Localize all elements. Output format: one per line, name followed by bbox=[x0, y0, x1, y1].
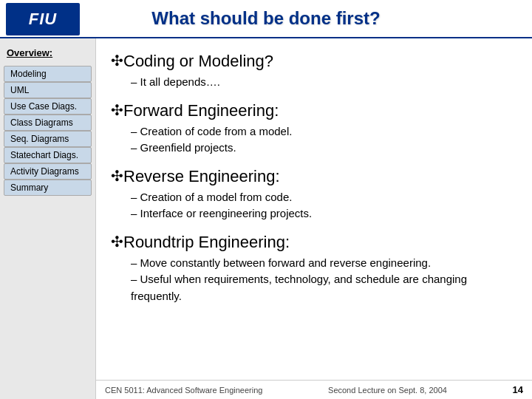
bullet-icon: ✣ bbox=[111, 101, 123, 119]
bullet-icon: ✣ bbox=[111, 52, 123, 69]
page-number: 14 bbox=[513, 384, 523, 395]
logo-box: FIU bbox=[6, 3, 80, 35]
sidebar-item-statechart[interactable]: Statechart Diags. bbox=[4, 147, 92, 163]
sub-item: Greenfield projects. bbox=[131, 140, 514, 157]
sidebar-item-class-diagrams[interactable]: Class Diagrams bbox=[4, 115, 92, 131]
sub-item: It all depends…. bbox=[131, 74, 514, 91]
sidebar: Overview: ModelingUMLUse Case Diags.Clas… bbox=[0, 38, 96, 399]
footer-lecture: Second Lecture on Sept. 8, 2004 bbox=[328, 386, 447, 395]
bullet-icon: ✣ bbox=[111, 233, 123, 250]
section-coding-modeling: ✣Coding or Modeling?It all depends…. bbox=[111, 52, 514, 91]
footer-course: CEN 5011: Advanced Software Engineering bbox=[105, 386, 262, 395]
footer: CEN 5011: Advanced Software Engineering … bbox=[96, 380, 532, 399]
sidebar-item-activity[interactable]: Activity Diagrams bbox=[4, 163, 92, 180]
sub-item: Move constantly between forward and reve… bbox=[131, 255, 514, 272]
sidebar-item-summary[interactable]: Summary bbox=[4, 180, 92, 196]
section-content-roundtrip-engineering: Roundtrip Engineering:Move constantly be… bbox=[123, 233, 514, 305]
sub-item: Interface or reengineering projects. bbox=[131, 205, 514, 222]
sub-item: Creation of a model from code. bbox=[131, 189, 514, 206]
sections-container: ✣Coding or Modeling?It all depends….✣For… bbox=[111, 52, 514, 304]
section-content-coding-modeling: Coding or Modeling?It all depends…. bbox=[123, 52, 514, 91]
sub-item: Creation of code from a model. bbox=[131, 123, 514, 140]
overview-label: Overview: bbox=[4, 46, 92, 63]
section-title-forward-engineering: Forward Engineering: bbox=[123, 101, 514, 120]
section-title-roundtrip-engineering: Roundtrip Engineering: bbox=[123, 233, 514, 252]
header: FIU What should be done first? bbox=[0, 0, 532, 38]
section-roundtrip-engineering: ✣Roundtrip Engineering:Move constantly b… bbox=[111, 233, 514, 305]
section-reverse-engineering: ✣Reverse Engineering:Creation of a model… bbox=[111, 167, 514, 222]
section-content-forward-engineering: Forward Engineering:Creation of code fro… bbox=[123, 101, 514, 157]
section-title-coding-modeling: Coding or Modeling? bbox=[123, 52, 514, 71]
header-title: What should be done first? bbox=[151, 8, 380, 29]
content-area: ✣Coding or Modeling?It all depends….✣For… bbox=[96, 38, 532, 399]
section-title-reverse-engineering: Reverse Engineering: bbox=[123, 167, 514, 186]
sidebar-item-modeling[interactable]: Modeling bbox=[4, 66, 92, 82]
sub-item: Useful when requirements, technology, an… bbox=[131, 271, 514, 304]
sidebar-item-use-case[interactable]: Use Case Diags. bbox=[4, 98, 92, 115]
section-forward-engineering: ✣Forward Engineering:Creation of code fr… bbox=[111, 101, 514, 157]
sidebar-item-uml[interactable]: UML bbox=[4, 82, 92, 98]
logo-text: FIU bbox=[29, 10, 57, 29]
sidebar-items-container: ModelingUMLUse Case Diags.Class Diagrams… bbox=[4, 66, 92, 196]
main-layout: Overview: ModelingUMLUse Case Diags.Clas… bbox=[0, 38, 532, 399]
section-content-reverse-engineering: Reverse Engineering:Creation of a model … bbox=[123, 167, 514, 222]
logo-area: FIU bbox=[6, 3, 80, 35]
bullet-icon: ✣ bbox=[111, 167, 123, 185]
sidebar-item-seq-diagrams[interactable]: Seq. Diagrams bbox=[4, 131, 92, 147]
